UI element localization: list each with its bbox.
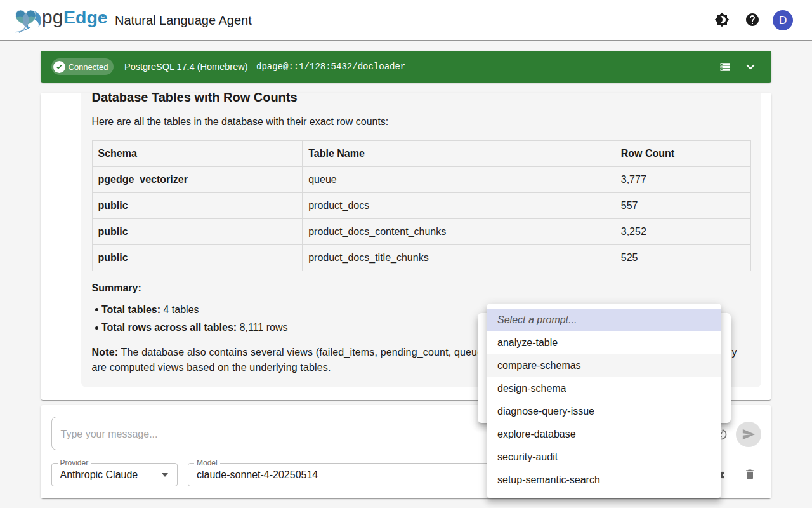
svg-text:pg: pg: [42, 6, 63, 27]
svg-text:Edge: Edge: [63, 7, 108, 27]
